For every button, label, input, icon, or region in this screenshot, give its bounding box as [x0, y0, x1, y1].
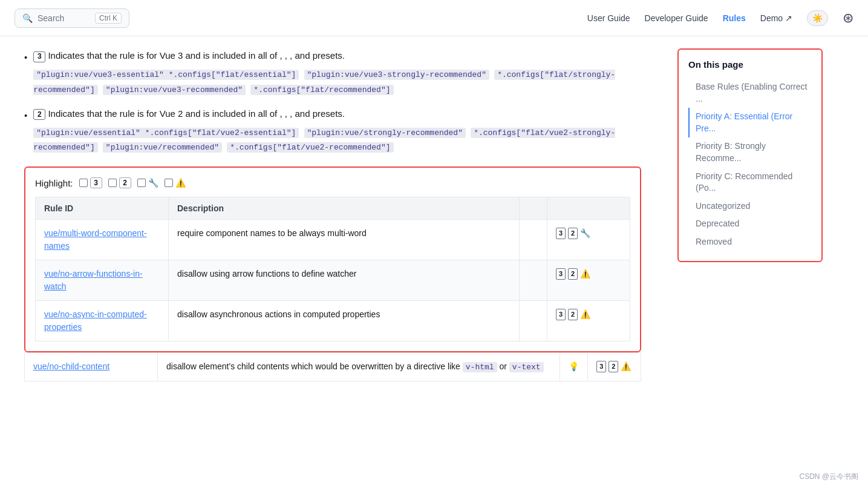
toc-item-base-rules[interactable]: Base Rules (Enabling Correct ... — [688, 78, 812, 108]
bullet-content-1: 3 Indicates that the rule is for Vue 3 a… — [33, 48, 641, 97]
nav-developer-guide[interactable]: Developer Guide — [645, 13, 708, 23]
main-nav: User Guide Developer Guide Rules Demo ↗ … — [587, 10, 853, 26]
rule-bulb-cell-4: 💡 — [560, 353, 588, 381]
code-v2-5: *.configs["flat/vue2-recommended"] — [227, 142, 393, 153]
header: 🔍 Search Ctrl K User Guide Developer Gui… — [0, 0, 868, 36]
nav-demo[interactable]: Demo ↗ — [760, 13, 792, 23]
checkbox-warning[interactable] — [165, 179, 173, 187]
search-box[interactable]: 🔍 Search Ctrl K — [15, 8, 129, 28]
toc-item-priority-b[interactable]: Priority B: Strongly Recomme... — [688, 137, 812, 167]
rules-table-below: vue/no-child-content disallow element's … — [24, 352, 641, 381]
checkbox-v3[interactable] — [79, 179, 88, 187]
v3-badge-row4: 3 — [596, 361, 606, 372]
bulb-icon-row4: 💡 — [569, 361, 579, 371]
rule-icons-cell-1: 3 2 🔧 — [547, 220, 630, 260]
v3-badge-row3: 3 — [556, 309, 566, 320]
rule-desc-cell-3: disallow asynchronous actions in compute… — [169, 301, 520, 341]
warning-icon-row4: ⚠️ — [621, 360, 631, 373]
code-v3-2: "plugin:vue/vue3-strongly-recommended" — [304, 70, 489, 80]
rule-empty-cell-1 — [519, 220, 547, 260]
code-v3-1: "plugin:vue/vue3-essential" *.configs["f… — [33, 70, 299, 80]
rule-icons-cell-3: 3 2 ⚠️ — [547, 301, 630, 341]
main-content: • 3 Indicates that the rule is for Vue 3… — [0, 36, 665, 488]
bullet-item-v3: • 3 Indicates that the rule is for Vue 3… — [24, 48, 641, 97]
rule-id-cell-2: vue/no-arrow-functions-in-watch — [36, 260, 169, 301]
code-v-text: v-text — [509, 362, 544, 372]
rule-link-4[interactable]: vue/no-child-content — [33, 361, 109, 371]
filter-wrench[interactable]: 🔧 — [137, 178, 158, 188]
toc-item-priority-a[interactable]: Priority A: Essential (Error Pre... — [688, 108, 812, 137]
table-row: vue/no-async-in-computed-properties disa… — [36, 301, 630, 341]
v3-badge-row2: 3 — [556, 268, 566, 280]
badge-v3-filter: 3 — [90, 177, 102, 188]
nav-rules[interactable]: Rules — [723, 13, 746, 23]
badge-v2-filter: 2 — [119, 177, 131, 188]
bullet-dot-1: • — [24, 50, 27, 97]
bullet-dot-2: • — [24, 108, 27, 155]
code-v-html: v-html — [463, 362, 497, 372]
toc-box: On this page Base Rules (Enabling Correc… — [677, 48, 823, 262]
rule-link-2[interactable]: vue/no-arrow-functions-in-watch — [44, 269, 143, 291]
v3-badge-row1: 3 — [556, 228, 566, 239]
sun-icon: ☀️ — [812, 13, 823, 23]
rule-empty-cell-2 — [519, 260, 547, 301]
rule-desc-cell-2: disallow using arrow functions to define… — [169, 260, 520, 301]
warning-icon: ⚠️ — [175, 178, 186, 188]
github-icon[interactable]: ⊛ — [843, 10, 853, 26]
rule-id-cell-3: vue/no-async-in-computed-properties — [36, 301, 169, 341]
v2-badge: 2 — [33, 109, 45, 120]
rule-icons-cell-4: 3 2 ⚠️ — [588, 353, 641, 381]
search-icon: 🔍 — [22, 13, 33, 23]
col-header-desc: Description — [169, 197, 520, 220]
toc-item-uncategorized[interactable]: Uncategorized — [688, 197, 812, 216]
v2-badge-row3: 2 — [568, 309, 578, 320]
right-sidebar: On this page Base Rules (Enabling Correc… — [665, 36, 835, 488]
toc-title: On this page — [688, 59, 812, 70]
wrench-icon: 🔧 — [148, 178, 158, 188]
checkbox-wrench[interactable] — [137, 179, 146, 187]
theme-toggle[interactable]: ☀️ — [807, 10, 828, 26]
col-header-icons — [547, 197, 630, 220]
table-row: vue/multi-word-component-names require c… — [36, 220, 630, 260]
highlight-row: Highlight: 3 2 🔧 ⚠️ — [35, 177, 630, 188]
rule-desc-cell-1: require component names to be always mul… — [169, 220, 520, 260]
code-v3-5: *.configs["flat/recommended"] — [250, 85, 393, 95]
wrench-icon-row1: 🔧 — [580, 227, 590, 240]
watermark: CSDN @云今书阁 — [799, 472, 858, 482]
toc-item-removed[interactable]: Removed — [688, 233, 812, 251]
filter-warning[interactable]: ⚠️ — [165, 178, 186, 188]
bullet-item-v2: • 2 Indicates that the rule is for Vue 2… — [24, 107, 641, 155]
warning-icon-row3: ⚠️ — [580, 308, 590, 321]
rule-desc-cell-4: disallow element's child contents which … — [158, 353, 560, 381]
col-header-id: Rule ID — [36, 197, 169, 220]
rule-empty-cell-3 — [519, 301, 547, 341]
rule-link-3[interactable]: vue/no-async-in-computed-properties — [44, 309, 147, 332]
code-v3-4: "plugin:vue/vue3-recommended" — [103, 85, 246, 95]
filter-v3[interactable]: 3 — [79, 177, 102, 188]
bullet-section: • 3 Indicates that the rule is for Vue 3… — [24, 48, 641, 154]
v2-badge-row2: 2 — [568, 268, 578, 280]
checkbox-v2[interactable] — [108, 179, 117, 187]
code-v2-2: "plugin:vue/strongly-recommended" — [304, 128, 466, 138]
code-v2-1: "plugin:vue/essential" *.configs["flat/v… — [33, 128, 299, 138]
rule-id-cell-1: vue/multi-word-component-names — [36, 220, 169, 260]
col-header-empty1 — [519, 197, 547, 220]
search-label: Search — [38, 13, 64, 23]
rule-icons-cell-2: 3 2 ⚠️ — [547, 260, 630, 301]
highlight-box: Highlight: 3 2 🔧 ⚠️ — [24, 167, 641, 352]
v3-badge: 3 — [33, 51, 45, 62]
highlight-label: Highlight: — [35, 178, 73, 188]
rules-table: Rule ID Description vue/multi-word-compo… — [35, 197, 630, 341]
rule-link-1[interactable]: vue/multi-word-component-names — [44, 228, 147, 251]
v2-badge-row4: 2 — [609, 361, 618, 372]
toc-item-deprecated[interactable]: Deprecated — [688, 215, 812, 233]
warning-icon-row2: ⚠️ — [580, 268, 590, 280]
filter-v2[interactable]: 2 — [108, 177, 131, 188]
nav-user-guide[interactable]: User Guide — [587, 13, 630, 23]
table-row: vue/no-arrow-functions-in-watch disallow… — [36, 260, 630, 301]
main-wrapper: • 3 Indicates that the rule is for Vue 3… — [0, 36, 868, 488]
table-row: vue/no-child-content disallow element's … — [25, 353, 641, 381]
rule-id-cell-4: vue/no-child-content — [25, 353, 158, 381]
toc-item-priority-c[interactable]: Priority C: Recommended (Po... — [688, 168, 812, 197]
bullet-content-2: 2 Indicates that the rule is for Vue 2 a… — [33, 107, 641, 155]
